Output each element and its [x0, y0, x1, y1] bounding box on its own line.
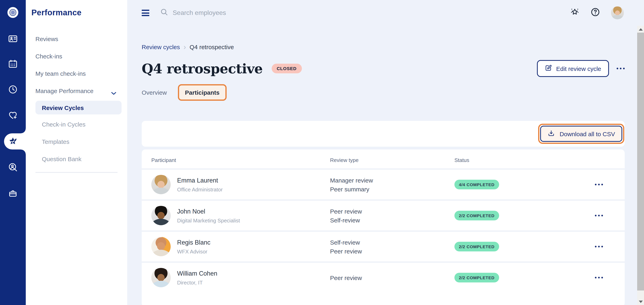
sidebar-item-check-ins[interactable]: Check-ins [36, 53, 62, 61]
review-type: Peer review [330, 248, 454, 254]
participant-name: Regis Blanc [177, 239, 210, 246]
status-badge: CLOSED [272, 64, 302, 73]
download-button-highlight: Download all to CSV [538, 124, 624, 144]
status-badge: 2/2 COMPLETED [454, 273, 499, 282]
status-badge: 2/2 COMPLETED [454, 211, 499, 220]
table-row: John Noel Digital Marketing Specialist P… [142, 199, 625, 230]
tab-participants[interactable]: Participants [178, 84, 227, 101]
benefits-box-icon[interactable] [0, 183, 26, 203]
user-avatar[interactable] [611, 7, 624, 19]
sidebar-item-question-bank[interactable]: Question Bank [42, 156, 82, 164]
vertical-scrollbar[interactable] [637, 26, 644, 305]
participant-name: John Noel [177, 208, 240, 215]
more-actions-icon[interactable] [616, 68, 625, 70]
review-type-cell: Peer review [330, 274, 454, 281]
sidebar-divider [36, 172, 118, 173]
page-header: Q4 retrospective CLOSED Edit review cycl… [142, 59, 625, 78]
table-row: Regis Blanc WFX Advisor Self-review Peer… [142, 230, 625, 261]
column-participant: Participant [151, 157, 330, 163]
heart-plus-icon[interactable] [0, 106, 26, 125]
participant-name: Emma Laurent [177, 177, 222, 184]
participants-table: Participant Review type Status Emma Laur… [142, 149, 625, 305]
download-button-label: Download all to CSV [560, 130, 615, 137]
sidebar-item-reviews[interactable]: Reviews [36, 36, 58, 44]
page-title: Q4 retrospective [142, 61, 263, 76]
review-type: Self-review [330, 239, 454, 245]
participant-name: William Cohen [177, 270, 217, 277]
main-area: Review cycles › Q4 retrospective Q4 retr… [127, 0, 644, 305]
people-search-icon[interactable] [0, 158, 26, 177]
participant-cell[interactable]: John Noel Digital Marketing Specialist [151, 206, 330, 225]
avatar [151, 175, 171, 194]
participant-role: Director, IT [177, 279, 217, 285]
scrollbar-thumb[interactable] [637, 33, 644, 290]
calendar-icon[interactable] [0, 54, 26, 74]
breadcrumb-review-cycles[interactable]: Review cycles [142, 44, 180, 50]
edit-button-label: Edit review cycle [556, 65, 601, 72]
topbar [127, 0, 637, 26]
participant-role: Digital Marketing Specialist [177, 217, 240, 223]
review-type: Peer review [330, 274, 454, 281]
table-row: Emma Laurent Office Administrator Manage… [142, 168, 625, 199]
scroll-up-arrow[interactable] [637, 26, 644, 33]
review-type-cell: Peer review Self-review [330, 208, 454, 223]
table-toolbar: Download all to CSV [142, 121, 625, 147]
app-window: Performance Reviews Check-ins My team ch… [0, 0, 644, 305]
review-type: Manager review [330, 177, 454, 183]
page-content: Review cycles › Q4 retrospective Q4 retr… [142, 26, 625, 305]
row-actions-icon[interactable] [595, 215, 625, 217]
help-icon[interactable] [590, 7, 600, 19]
status-badge: 4/4 COMPLETED [454, 180, 499, 189]
sidebar-item-check-in-cycles[interactable]: Check-in Cycles [42, 121, 86, 129]
review-type-cell: Manager review Peer summary [330, 177, 454, 192]
row-actions-icon[interactable] [595, 246, 625, 248]
status-badge: 2/2 COMPLETED [454, 242, 499, 251]
sidebar-item-manage-performance[interactable]: Manage Performance [36, 87, 94, 96]
participant-cell[interactable]: Regis Blanc WFX Advisor [151, 237, 330, 256]
sidebar-item-review-cycles[interactable]: Review Cycles [36, 101, 122, 114]
search-icon [160, 8, 168, 18]
participant-cell[interactable]: William Cohen Director, IT [151, 268, 330, 287]
review-type-cell: Self-review Peer review [330, 239, 454, 254]
scroll-down-arrow[interactable] [637, 298, 644, 305]
clock-icon[interactable] [0, 80, 26, 99]
header-actions: Edit review cycle [537, 60, 625, 77]
tabs: Overview Participants [142, 84, 625, 101]
participant-role: WFX Advisor [177, 248, 210, 254]
performance-star-icon[interactable] [0, 132, 26, 151]
participant-role: Office Administrator [177, 186, 222, 192]
whats-new-star-icon[interactable] [570, 7, 580, 19]
sidebar-title: Performance [32, 8, 82, 17]
app-logo-icon[interactable] [6, 6, 20, 19]
avatar [151, 268, 171, 287]
avatar [151, 237, 171, 256]
column-review-type: Review type [330, 157, 454, 163]
employee-search [160, 8, 286, 18]
topbar-actions [570, 7, 624, 19]
breadcrumb-current: Q4 retrospective [190, 44, 234, 50]
table-header: Participant Review type Status [142, 149, 625, 168]
hamburger-menu-icon[interactable] [142, 10, 149, 16]
chevron-down-icon[interactable] [111, 89, 116, 97]
table-row: William Cohen Director, IT Peer review 2… [142, 261, 625, 292]
row-actions-icon[interactable] [595, 277, 625, 279]
breadcrumb-chevron-icon: › [184, 44, 186, 50]
breadcrumb: Review cycles › Q4 retrospective [142, 44, 625, 50]
avatar [151, 206, 171, 225]
contact-card-icon[interactable] [0, 29, 26, 48]
search-input[interactable] [172, 9, 286, 17]
edit-review-cycle-button[interactable]: Edit review cycle [537, 60, 609, 77]
review-type: Peer review [330, 208, 454, 214]
download-all-to-csv-button[interactable]: Download all to CSV [540, 126, 622, 142]
tab-overview[interactable]: Overview [142, 89, 167, 96]
download-icon [548, 129, 555, 138]
column-status: Status [454, 157, 575, 163]
icon-rail [0, 0, 26, 305]
sidebar: Performance Reviews Check-ins My team ch… [26, 0, 127, 305]
edit-icon [544, 64, 552, 73]
participant-cell[interactable]: Emma Laurent Office Administrator [151, 175, 330, 194]
sidebar-item-label: Review Cycles [42, 104, 84, 111]
sidebar-item-my-team-check-ins[interactable]: My team check-ins [36, 70, 86, 78]
row-actions-icon[interactable] [595, 184, 625, 186]
sidebar-item-templates[interactable]: Templates [42, 138, 70, 146]
